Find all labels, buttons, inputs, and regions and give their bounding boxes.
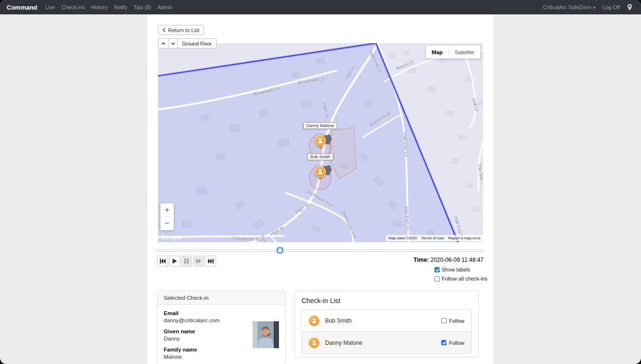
nav-right: CriticalArc SafeZone▾ Log Off <box>543 4 632 11</box>
nav-item-tips-8-[interactable]: Tips (8) <box>133 4 151 10</box>
map-canvas[interactable]: Broadwell LnBroadwell LnHigh StHigh StHi… <box>158 43 483 242</box>
chevron-down-icon <box>171 42 175 45</box>
time-value: 2020-06-09 11:48:47 <box>430 257 484 263</box>
playback-options: Show labelsFollow all check-ins <box>435 267 487 282</box>
pause-button <box>181 256 192 267</box>
follow-label: Follow <box>449 318 464 324</box>
person-avatar-icon <box>309 316 319 326</box>
nav-menu: LiveCheck-insHistoryNotifyTips (8)Admin <box>46 4 173 10</box>
terms-of-use-link[interactable]: Terms of Use <box>421 236 444 240</box>
checkin-list-panel: Check-in List Bob SmithFollowDanny Malon… <box>294 291 479 357</box>
report-map-error-link[interactable]: Report a map error <box>448 236 481 240</box>
org-name: CriticalArc SafeZone <box>543 4 592 10</box>
playback-time: Time: 2020-06-09 11:48:47 <box>413 257 484 263</box>
map-type-map-button[interactable]: Map <box>426 46 448 59</box>
timeline-slider-thumb[interactable] <box>277 247 283 253</box>
map-type-satellite-button[interactable]: Satellite <box>448 46 480 59</box>
floor-down-button[interactable] <box>169 38 178 48</box>
checkin-row[interactable]: Danny MaloneFollow <box>302 331 472 354</box>
option-label: Show labels <box>442 267 470 272</box>
floor-name: Ground Floor <box>177 38 217 48</box>
location-pin-icon[interactable] <box>627 4 632 11</box>
selected-checkin-body: Emaildanny@criticalarc.comGiven nameDann… <box>157 305 285 364</box>
checkin-rows: Bob SmithFollowDanny MaloneFollow <box>302 309 472 354</box>
org-dropdown[interactable]: CriticalArc SafeZone▾ <box>543 4 595 10</box>
return-to-list-button[interactable]: Return to List <box>158 25 204 35</box>
play-button[interactable] <box>169 256 180 267</box>
follow-checkbox[interactable] <box>441 340 447 345</box>
top-nav: Command LiveCheck-insHistoryNotifyTips (… <box>0 0 641 14</box>
field-label: Email <box>164 310 279 316</box>
pin-tail <box>318 146 322 150</box>
profile-photo <box>253 321 279 348</box>
person-icon <box>317 168 324 175</box>
chevron-down-icon: ▾ <box>593 5 596 10</box>
nav-item-live[interactable]: Live <box>46 4 55 10</box>
marker-label: Danny Malone <box>303 122 337 129</box>
option-checkbox[interactable] <box>435 276 440 282</box>
map-attribution: Map data ©2020 Terms of Use Report a map… <box>386 235 483 241</box>
marker-label: Bob Smith <box>307 153 333 160</box>
person-pin-icon[interactable] <box>314 166 326 177</box>
option-label: Follow all check-ins <box>442 276 487 282</box>
selected-checkin-panel: Selected Check-in Emaildanny@criticalarc… <box>157 291 286 364</box>
selected-checkin-header: Selected Check-in <box>157 291 285 305</box>
option-follow-all-check-ins[interactable]: Follow all check-ins <box>435 276 487 282</box>
follow-toggle[interactable]: Follow <box>441 318 464 324</box>
fast-forward-button <box>193 256 204 267</box>
floor-up-button[interactable] <box>158 38 169 48</box>
play-icon <box>172 258 177 264</box>
nav-item-history[interactable]: History <box>91 4 108 10</box>
google-logo: Google <box>161 234 182 241</box>
chevron-up-icon <box>161 42 166 45</box>
field-value: Malone <box>164 354 279 360</box>
app-brand: Command <box>7 4 37 11</box>
skip-to-end-button[interactable] <box>205 256 216 267</box>
follow-toggle[interactable]: Follow <box>441 340 464 346</box>
main-content: Return to List Ground Floor <box>147 14 494 364</box>
person-icon <box>311 340 317 346</box>
map-data-text: Map data ©2020 <box>388 236 417 240</box>
option-checkbox[interactable] <box>435 267 440 272</box>
checkin-name: Bob Smith <box>325 317 351 324</box>
option-show-labels[interactable]: Show labels <box>435 267 487 272</box>
pause-icon <box>184 258 189 264</box>
nav-item-notify[interactable]: Notify <box>114 4 127 10</box>
skip-end-icon <box>208 258 214 264</box>
person-icon <box>311 317 317 324</box>
pin-tail <box>318 177 322 181</box>
checkin-name: Danny Malone <box>325 340 362 346</box>
skip-to-start-button[interactable] <box>157 256 168 267</box>
timeline-slider[interactable] <box>156 249 484 252</box>
markers-layer: Danny MaloneBob Smith <box>158 43 483 242</box>
zoom-in-button[interactable]: + <box>160 203 174 217</box>
time-label: Time: <box>413 257 429 263</box>
zoom-out-button[interactable]: − <box>160 217 174 230</box>
map-type-control: Map Satellite <box>426 46 480 59</box>
floor-selector: Ground Floor <box>158 38 217 48</box>
follow-label: Follow <box>449 340 464 346</box>
person-pin-icon[interactable] <box>314 135 326 146</box>
checkin-row[interactable]: Bob SmithFollow <box>302 309 472 332</box>
playback-controls <box>157 256 216 267</box>
chevron-left-icon <box>163 28 166 33</box>
return-to-list-label: Return to List <box>168 27 199 33</box>
log-off-button[interactable]: Log Off <box>603 4 620 10</box>
checkin-list-title: Check-in List <box>302 297 472 305</box>
app-window: Command LiveCheck-insHistoryNotifyTips (… <box>0 0 641 364</box>
person-icon <box>317 137 324 144</box>
skip-start-icon <box>160 258 166 264</box>
nav-item-admin[interactable]: Admin <box>157 4 172 10</box>
follow-checkbox[interactable] <box>441 318 447 323</box>
map-zoom-control: + − <box>160 203 174 230</box>
nav-item-check-ins[interactable]: Check-ins <box>61 4 85 10</box>
person-avatar-icon <box>309 338 319 348</box>
fast-forward-icon <box>196 258 201 264</box>
